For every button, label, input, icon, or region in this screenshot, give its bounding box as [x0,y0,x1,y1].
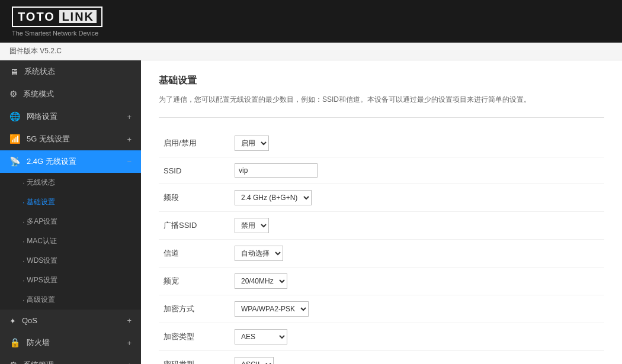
label-bandwidth: 频宽 [159,268,230,295]
wifi24-icon [9,156,21,167]
divider [159,117,604,118]
wds-label: WDS设置 [27,256,57,266]
logo-wrapper: TOTO LINK The Smartest Network Device [12,7,102,37]
firmware-bar: 固件版本 V5.2.C [0,43,622,60]
sidebar-label-system-status: 系统状态 [24,66,55,77]
sidebar-label-qos: QoS [22,316,37,325]
sidebar-item-qos[interactable]: QoS + [0,310,141,331]
label-ssid: SSID [159,157,230,184]
sidebar-item-wps[interactable]: WPS设置 [0,270,141,290]
sidebar-label-sys-manage: 系统管理 [23,360,54,364]
sidebar-label-network-settings: 网络设置 [27,111,57,122]
wireless-status-label: 无线状态 [27,178,55,188]
expand-qos-icon: + [127,316,132,325]
logo-link: LINK [59,10,97,23]
field-encryption-type: 加密类型 AES TKIP AES/TKIP [159,323,604,351]
field-channel: 信道 自动选择 1234 5678 91011 [159,240,604,268]
sidebar-item-multi-ap[interactable]: 多AP设置 [0,212,141,231]
label-channel: 信道 [159,240,230,268]
advanced-label: 高级设置 [27,295,55,305]
label-encryption-mode: 加密方式 [159,295,230,323]
select-bandwidth[interactable]: 20/40MHz 20MHz [235,273,287,289]
sidebar-item-firewall[interactable]: 防火墙 + [0,331,141,354]
expand-sysmanage-icon: + [127,361,132,365]
sidebar-item-system-status[interactable]: 系统状态 [0,60,141,83]
sidebar-item-sys-manage[interactable]: 系统管理 + [0,354,141,364]
label-password-type: 密码类型 [159,351,230,364]
header: TOTO LINK The Smartest Network Device [0,0,622,43]
sidebar-label-system-mode: 系统模式 [23,89,54,99]
field-enable-disable: 启用/禁用 启用 禁用 [159,130,604,157]
sidebar-item-mac-auth[interactable]: MAC认证 [0,231,141,251]
logo-toto: TOTO [18,10,55,23]
layout: 系统状态 系统模式 网络设置 + 5G 无线设置 + 2.4G 无线设置 − 无… [0,60,622,364]
firmware-version: 固件版本 V5.2.C [9,46,62,56]
mac-auth-label: MAC认证 [27,236,57,246]
expand-firewall-icon: + [127,339,132,347]
expand-network-icon: + [127,112,132,121]
collapse-wifi24-icon: − [127,157,132,166]
sidebar-item-wds[interactable]: WDS设置 [0,251,141,270]
sidebar-item-wifi5-settings[interactable]: 5G 无线设置 + [0,128,141,150]
field-password-type: 密码类型 ASCII HEX [159,351,604,364]
monitor-icon [9,67,18,77]
sidebar-label-firewall: 防火墙 [27,337,50,348]
sidebar-item-network-settings[interactable]: 网络设置 + [0,105,141,128]
sysmanage-icon [9,360,17,364]
sidebar-item-advanced[interactable]: 高级设置 [0,290,141,310]
label-enable-disable: 启用/禁用 [159,130,230,157]
select-password-type[interactable]: ASCII HEX [235,357,274,364]
multi-ap-label: 多AP设置 [27,217,57,227]
page-title: 基础设置 [159,75,604,87]
select-channel[interactable]: 自动选择 1234 5678 91011 [235,246,283,261]
select-encryption-mode[interactable]: 无 WEP WPA/WPA2-PSK WPA/WPA2 [235,301,309,317]
main-content: 基础设置 为了通信，您可以配置无线设置的最少数目，例如：SSID和信道。本设备可… [141,60,622,364]
sidebar: 系统状态 系统模式 网络设置 + 5G 无线设置 + 2.4G 无线设置 − 无… [0,60,141,364]
label-encryption-type: 加密类型 [159,323,230,351]
page-description: 为了通信，您可以配置无线设置的最少数目，例如：SSID和信道。本设备可以通过最少… [159,94,604,105]
label-band: 频段 [159,184,230,212]
field-broadcast-ssid: 广播SSID 启用 禁用 [159,212,604,240]
network-icon [9,111,21,122]
label-broadcast-ssid: 广播SSID [159,212,230,240]
field-band: 频段 2.4 GHz (B+G+N) 2.4 GHz (B+G) 2.4 GHz… [159,184,604,212]
select-encryption-type[interactable]: AES TKIP AES/TKIP [235,329,287,344]
qos-icon [9,315,16,326]
wps-label: WPS设置 [27,275,57,285]
select-enable-disable[interactable]: 启用 禁用 [235,136,269,151]
sidebar-item-system-mode[interactable]: 系统模式 [0,83,141,105]
sidebar-item-wireless-status[interactable]: 无线状态 [0,173,141,192]
field-bandwidth: 频宽 20/40MHz 20MHz [159,268,604,295]
settings-icon [9,89,17,99]
expand-wifi5-icon: + [127,135,132,144]
field-ssid: SSID [159,157,604,184]
settings-form: 启用/禁用 启用 禁用 SSID 频段 2.4 GHz (B+ [159,130,604,364]
input-ssid[interactable] [235,163,318,178]
field-encryption-mode: 加密方式 无 WEP WPA/WPA2-PSK WPA/WPA2 [159,295,604,323]
logo-box: TOTO LINK [12,7,102,27]
sidebar-item-wifi24-settings[interactable]: 2.4G 无线设置 − [0,150,141,173]
sidebar-item-basic-settings[interactable]: 基础设置 [0,192,141,212]
basic-settings-label: 基础设置 [27,197,55,207]
firewall-icon [9,337,21,348]
logo-subtitle: The Smartest Network Device [12,30,102,37]
wifi5-icon [9,134,21,144]
select-band[interactable]: 2.4 GHz (B+G+N) 2.4 GHz (B+G) 2.4 GHz (B… [235,190,312,205]
sidebar-label-wifi24: 2.4G 无线设置 [27,156,76,167]
sidebar-label-wifi5: 5G 无线设置 [27,134,70,144]
select-broadcast-ssid[interactable]: 启用 禁用 [235,218,269,233]
logo-inner: TOTO LINK [12,7,102,27]
wifi24-submenu: 无线状态 基础设置 多AP设置 MAC认证 WDS设置 WPS设置 高级设置 [0,173,141,310]
